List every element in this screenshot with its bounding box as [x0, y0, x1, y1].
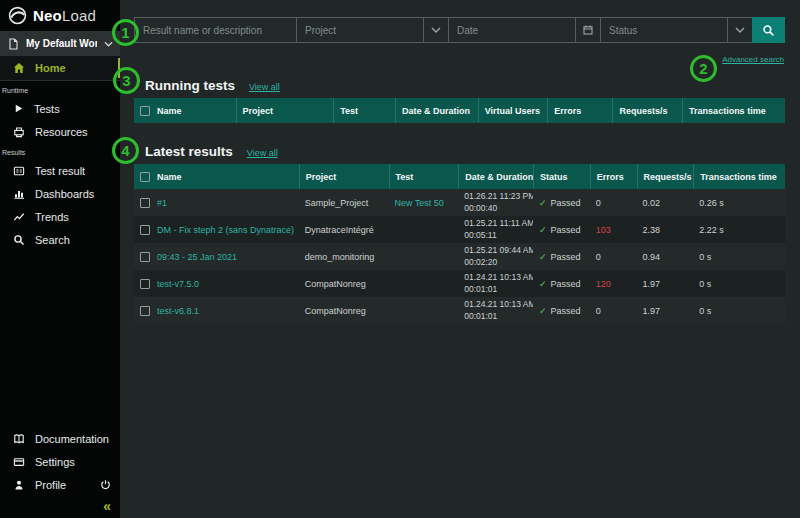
result-status: ✓Passed — [533, 270, 590, 297]
select-all-checkbox[interactable] — [140, 172, 150, 182]
settings-card-icon — [13, 456, 25, 468]
running-tests-table-header: Name Project Test Date & Duration Virtua… — [134, 98, 785, 123]
column-header-name: Name — [151, 164, 299, 189]
result-row: #1 Sample_Project New Test 50 01.26.21 1… — [134, 189, 785, 216]
workspace-selector[interactable]: My Default Worksp — [0, 31, 120, 56]
column-header-transactions-time: Transactions time — [682, 98, 784, 123]
result-test-link[interactable] — [389, 297, 459, 324]
chevron-down-icon[interactable] — [423, 18, 448, 42]
person-icon — [13, 479, 25, 491]
annotation-circle-4: 4 — [112, 137, 139, 164]
sidebar-item-label: Home — [35, 62, 66, 74]
project-select[interactable]: Project — [296, 17, 449, 43]
result-requests: 1.97 — [637, 270, 694, 297]
result-name-link[interactable]: #1 — [151, 189, 299, 216]
sidebar-item-profile[interactable]: Profile — [0, 473, 120, 496]
annotation-circle-1: 1 — [112, 19, 139, 46]
chevron-down-icon[interactable] — [727, 18, 752, 42]
date-field[interactable]: Date — [448, 17, 601, 43]
sidebar-item-label: Settings — [35, 456, 75, 468]
result-project: Sample_Project — [299, 189, 389, 216]
sidebar-item-label: Tests — [34, 103, 60, 115]
sidebar-item-dashboards[interactable]: Dashboards — [0, 182, 120, 205]
magnifier-icon — [762, 24, 775, 37]
bar-chart-icon — [13, 188, 25, 200]
row-checkbox[interactable] — [140, 198, 150, 208]
result-date-duration: 01.24.21 10:13 AM00:01:01 — [458, 270, 533, 297]
passed-check-icon: ✓ — [539, 279, 547, 289]
column-header-test: Test — [389, 164, 459, 189]
result-project: CompatNonreg — [299, 270, 389, 297]
latest-results-title: Latest results — [145, 144, 233, 159]
sidebar-item-label: Trends — [35, 211, 69, 223]
row-checkbox[interactable] — [140, 225, 150, 235]
result-row: test-v7.5.0 CompatNonreg 01.24.21 10:13 … — [134, 270, 785, 297]
row-checkbox[interactable] — [140, 279, 150, 289]
status-select[interactable]: Status — [600, 17, 753, 43]
result-status: ✓Passed — [533, 216, 590, 243]
result-test-link[interactable] — [389, 270, 459, 297]
row-checkbox[interactable] — [140, 252, 150, 262]
column-header-virtual-users: Virtual Users — [478, 98, 548, 123]
result-name-input[interactable] — [135, 18, 296, 42]
result-test-link[interactable] — [389, 216, 459, 243]
result-name-link[interactable]: 09:43 - 25 Jan 2021 — [151, 243, 299, 270]
advanced-search-link[interactable]: Advanced search — [722, 55, 784, 64]
column-header-test: Test — [333, 98, 395, 123]
search-filter-bar: Project Date Status — [134, 17, 785, 43]
status-placeholder: Status — [601, 25, 637, 36]
chevron-down-icon — [104, 41, 113, 47]
play-icon — [13, 103, 24, 114]
sidebar-item-search[interactable]: Search — [0, 228, 120, 251]
sidebar-item-label: Dashboards — [35, 188, 94, 200]
neoload-logo: NeoLoad — [0, 0, 120, 31]
result-errors: 0 — [590, 243, 637, 270]
result-requests: 0.94 — [637, 243, 694, 270]
latest-results-view-all-link[interactable]: View all — [247, 148, 278, 158]
result-date-duration: 01.25.21 09:44 AM00:02:20 — [458, 243, 533, 270]
result-name-link[interactable]: DM - Fix steph 2 (sans Dynatrace) — [151, 216, 299, 243]
sidebar-item-home[interactable]: Home — [0, 56, 120, 81]
result-name-link[interactable]: test-v6.8.1 — [151, 297, 299, 324]
column-header-requests: Requests/s — [637, 164, 694, 189]
sidebar-item-test-result[interactable]: Test result — [0, 159, 120, 182]
annotation-circle-2: 2 — [690, 55, 717, 82]
result-name-link[interactable]: test-v7.5.0 — [151, 270, 299, 297]
passed-check-icon: ✓ — [539, 225, 547, 235]
select-all-checkbox[interactable] — [140, 106, 150, 116]
row-checkbox[interactable] — [140, 306, 150, 316]
result-errors: 120 — [590, 270, 637, 297]
sidebar-item-documentation[interactable]: Documentation — [0, 427, 120, 450]
result-requests: 2.38 — [637, 216, 694, 243]
result-test-link[interactable]: New Test 50 — [389, 189, 459, 216]
power-icon[interactable] — [100, 479, 111, 490]
sidebar-item-label: Resources — [35, 126, 88, 138]
sidebar-collapse-button[interactable]: « — [103, 498, 111, 514]
sidebar-item-resources[interactable]: Resources — [0, 120, 120, 143]
book-icon — [13, 433, 25, 445]
column-header-date-duration: Date & Duration — [395, 98, 478, 123]
sidebar-item-trends[interactable]: Trends — [0, 205, 120, 228]
advanced-search-row: Advanced search — [120, 48, 784, 66]
sidebar-item-label: Profile — [35, 479, 66, 491]
result-test-link[interactable] — [389, 243, 459, 270]
annotation-circle-3: 3 — [113, 67, 140, 94]
result-project: demo_monitoring — [299, 243, 389, 270]
column-header-status: Status — [533, 164, 590, 189]
column-header-requests: Requests/s — [612, 98, 682, 123]
column-header-project: Project — [236, 98, 334, 123]
result-row: DM - Fix steph 2 (sans Dynatrace) Dynatr… — [134, 216, 785, 243]
running-tests-title: Running tests — [145, 78, 235, 93]
result-transactions-time: 0 s — [693, 270, 784, 297]
sidebar-item-settings[interactable]: Settings — [0, 450, 120, 473]
running-tests-view-all-link[interactable]: View all — [249, 82, 280, 92]
report-icon — [13, 165, 25, 177]
calendar-icon[interactable] — [575, 18, 600, 42]
sidebar-item-tests[interactable]: Tests — [0, 97, 120, 120]
result-transactions-time: 0 s — [693, 243, 784, 270]
column-header-errors: Errors — [590, 164, 637, 189]
result-transactions-time: 0 s — [693, 297, 784, 324]
result-transactions-time: 2.22 s — [693, 216, 784, 243]
project-placeholder: Project — [297, 25, 336, 36]
search-button[interactable] — [752, 17, 785, 43]
